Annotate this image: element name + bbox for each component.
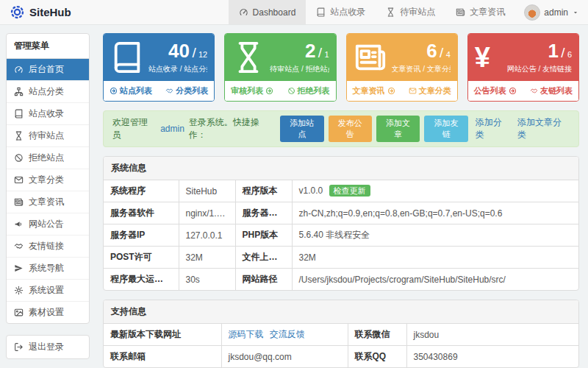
nav-item-pending-sites[interactable]: 待审站点 xyxy=(376,0,445,24)
system-info-panel: 系统信息 系统程序 SiteHub 程序版本 v1.0.0 检查更新 服务器软件… xyxy=(103,156,579,291)
info-label: 网站路径 xyxy=(235,269,292,291)
support-info-title: 支持信息 xyxy=(104,300,578,323)
user-menu[interactable]: admin xyxy=(515,0,588,24)
brand[interactable]: SiteHub xyxy=(10,0,71,24)
stat-cards-row: 40 / 12 站点收录 / 站点分类 站点列表 分类列表 xyxy=(103,33,579,102)
table-row: 服务器软件 nginx/1.19.2 服务器语言 zh-CN,zh;q=0.9,… xyxy=(104,202,578,224)
top-navbar: SiteHub Dashboard 站点收录 待审站点 文章资讯 admin xyxy=(0,0,588,25)
info-value: 32M xyxy=(292,247,578,269)
hourglass-icon xyxy=(386,7,395,17)
stat-separator: / xyxy=(561,45,564,60)
add-article-category-link[interactable]: 添加文章分类 xyxy=(517,116,570,141)
info-value: v1.0.0 检查更新 xyxy=(292,180,578,202)
envelope-icon xyxy=(14,175,24,185)
stat-count: 1 xyxy=(548,41,558,62)
table-row: 服务器IP 127.0.0.1 PHP版本 5.6.40 非线程安全 xyxy=(104,224,578,247)
ban-icon xyxy=(287,87,295,95)
sidebar-item-pending-sites[interactable]: 待审站点 xyxy=(7,124,89,146)
category-list-link[interactable]: 分类列表 xyxy=(165,85,208,96)
book-icon xyxy=(110,40,144,74)
info-label: POST许可 xyxy=(104,247,179,269)
stat-count: 2 xyxy=(305,41,315,62)
info-label: 系统程序 xyxy=(104,180,179,202)
support-info-panel: 支持信息 最新版本下载网址 源码下载 交流反馈 联系微信 jksdou 联系邮箱… xyxy=(103,300,579,368)
stat-link-label: 拒绝列表 xyxy=(298,85,330,96)
info-label: 服务器软件 xyxy=(104,202,179,224)
sidebar-menu-card: 管理菜单 后台首页 站点分类 站点收录 待审站点 拒绝站点 xyxy=(6,33,90,324)
logout-button[interactable]: 退出登录 xyxy=(7,336,89,358)
welcome-username-link[interactable]: admin xyxy=(160,124,184,134)
add-friend-link-button[interactable]: 添加友链 xyxy=(424,116,467,142)
stat-total: 6 xyxy=(567,50,572,59)
info-value: jksdou xyxy=(406,324,578,346)
avatar[interactable] xyxy=(524,4,540,21)
article-category-link[interactable]: 文章分类 xyxy=(409,85,451,96)
announcement-list-link[interactable]: 公告列表 xyxy=(474,85,517,96)
stat-card-footer: 站点列表 分类列表 xyxy=(104,81,214,101)
caret-down-icon xyxy=(572,9,579,16)
nav-item-dashboard[interactable]: Dashboard xyxy=(229,0,306,24)
sidebar-item-rejected-sites[interactable]: 拒绝站点 xyxy=(7,146,89,169)
info-value: jksdou@qq.com xyxy=(221,346,348,368)
review-list-link[interactable]: 审核列表 xyxy=(231,85,273,96)
ban-icon xyxy=(14,153,24,163)
article-list-link[interactable]: 文章资讯 xyxy=(353,85,395,96)
add-category-link[interactable]: 添加分类 xyxy=(476,116,510,141)
newspaper-icon xyxy=(456,7,465,17)
dashboard-icon xyxy=(239,7,248,17)
sidebar-item-label: 网站公告 xyxy=(29,218,64,230)
info-label: 程序版本 xyxy=(235,180,292,202)
envelope-icon xyxy=(409,87,417,95)
sidebar-item-dashboard[interactable]: 后台首页 xyxy=(7,59,89,80)
stat-link-label: 审核列表 xyxy=(231,85,263,96)
rejected-list-link[interactable]: 拒绝列表 xyxy=(287,85,330,96)
handshake-icon xyxy=(14,241,24,251)
sidebar-item-system-settings[interactable]: 系统设置 xyxy=(7,279,89,301)
sidebar-item-label: 系统导航 xyxy=(29,262,64,275)
info-value: /Users/jksdou/Projects/crogram/SiteHub/S… xyxy=(292,269,578,291)
arrow-circle-icon xyxy=(265,87,273,95)
nav-item-articles[interactable]: 文章资讯 xyxy=(445,0,515,24)
info-label: 服务器语言 xyxy=(235,202,292,224)
sidebar-item-site-categories[interactable]: 站点分类 xyxy=(7,80,89,102)
sidebar-item-label: 文章分类 xyxy=(29,174,64,186)
sidebar-item-friend-links[interactable]: 友情链接 xyxy=(7,235,89,257)
sidebar-item-system-nav[interactable]: 系统导航 xyxy=(7,257,89,279)
stat-separator: / xyxy=(192,45,196,60)
arrow-circle-icon xyxy=(387,87,395,95)
source-download-link[interactable]: 源码下载 xyxy=(229,329,264,339)
site-list-link[interactable]: 站点列表 xyxy=(110,85,152,96)
publish-announcement-button[interactable]: 发布公告 xyxy=(329,116,372,142)
friend-link-list-link[interactable]: 友链列表 xyxy=(530,85,573,96)
nav-item-label: 文章资讯 xyxy=(470,6,505,18)
version-value: v1.0.0 xyxy=(299,185,323,196)
logout-card: 退出登录 xyxy=(6,335,90,359)
stat-label: 站点收录 / 站点分类 xyxy=(148,64,207,74)
check-update-button[interactable]: 检查更新 xyxy=(329,185,370,197)
stat-link-label: 文章分类 xyxy=(419,85,451,96)
sidebar-item-label: 站点收录 xyxy=(29,107,64,120)
sitemap-icon xyxy=(14,87,24,96)
system-info-title: 系统信息 xyxy=(104,157,578,180)
info-label: 文件上传许可 xyxy=(235,247,292,269)
sidebar-item-announcements[interactable]: 网站公告 xyxy=(7,213,89,235)
info-label: 程序最大运行时间 xyxy=(104,269,179,291)
info-value: 源码下载 交流反馈 xyxy=(221,324,348,346)
add-site-button[interactable]: 添加站点 xyxy=(280,116,323,142)
sidebar-item-material-settings[interactable]: 素材设置 xyxy=(7,301,89,323)
stat-card-announcements: ¥ 1 / 6 网站公告 / 友情链接 公告列表 xyxy=(467,33,579,102)
sidebar-item-article-categories[interactable]: 文章分类 xyxy=(7,169,89,191)
sidebar-item-articles[interactable]: 文章资讯 xyxy=(7,191,89,213)
sidebar-item-label: 友情链接 xyxy=(29,240,64,252)
page-layout: 管理菜单 后台首页 站点分类 站点收录 待审站点 拒绝站点 xyxy=(0,25,588,368)
brand-label: SiteHub xyxy=(29,6,71,18)
feedback-link[interactable]: 交流反馈 xyxy=(270,329,305,339)
sidebar-item-site-index[interactable]: 站点收录 xyxy=(7,102,89,124)
nav-item-site-index[interactable]: 站点收录 xyxy=(306,0,376,24)
welcome-prefix: 欢迎管理员 xyxy=(112,116,156,141)
stat-link-label: 友链列表 xyxy=(540,85,573,96)
newspaper-icon xyxy=(14,197,24,207)
welcome-suffix: 登录系统。快捷操作： xyxy=(189,116,276,141)
sign-out-icon xyxy=(14,342,24,352)
add-article-button[interactable]: 添加文章 xyxy=(376,116,420,142)
